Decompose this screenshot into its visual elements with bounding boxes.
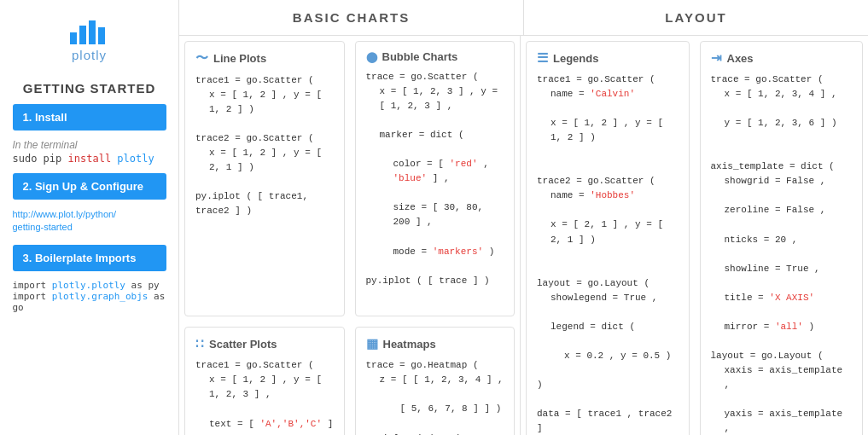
getting-started-heading: GETTING STARTED (13, 81, 166, 96)
basic-charts-header: BASIC CHARTS (179, 0, 524, 35)
heatmaps-card: ▦ Heatmaps trace = go.Heatmap ( z = [ [ … (355, 327, 516, 435)
logo-text: plotly (72, 48, 107, 62)
step3-section: import plotly.plotly as py import plotly… (13, 276, 166, 313)
scatter-plots-title: ∷ Scatter Plots (195, 336, 334, 351)
step2-link: http://www.plot.ly/python/getting-starte… (13, 208, 166, 235)
line-plots-icon: 〜 (195, 50, 208, 67)
line-plots-code: trace1 = go.Scatter ( x = [ 1, 2 ] , y =… (195, 73, 334, 218)
axes-card: ⇥ Axes trace = go.Scatter ( x = [ 1, 2, … (700, 41, 864, 435)
layout-section: ☰ Legends trace1 = go.Scatter ( name = '… (521, 36, 868, 435)
content-row: 〜 Line Plots trace1 = go.Scatter ( x = [… (179, 36, 868, 435)
step3-code2: import plotly.graph_objs as go (13, 291, 166, 313)
heatmaps-icon: ▦ (366, 336, 378, 351)
axes-title: ⇥ Axes (711, 50, 853, 66)
legends-card: ☰ Legends trace1 = go.Scatter ( name = '… (526, 41, 690, 435)
step3-button[interactable]: 3. Boilerplate Imports (13, 245, 166, 271)
legends-code: trace1 = go.Scatter ( name = 'Calvin' x … (537, 72, 679, 435)
legends-title: ☰ Legends (537, 50, 679, 66)
bubble-charts-code: trace = go.Scatter ( x = [ 1, 2, 3 ] , y… (366, 70, 504, 288)
step1-install-kw: install (68, 153, 112, 165)
svg-rect-3 (98, 27, 105, 44)
step1-sudo: sudo pip (13, 153, 68, 165)
scatter-plots-card: ∷ Scatter Plots trace1 = go.Scatter ( x … (184, 327, 345, 435)
bubble-charts-card: ⬤ Bubble Charts trace = go.Scatter ( x =… (355, 41, 516, 316)
bubble-charts-title: ⬤ Bubble Charts (366, 50, 504, 63)
main-content: BASIC CHARTS LAYOUT 〜 Line Plots trace1 … (179, 0, 868, 435)
line-plots-card: 〜 Line Plots trace1 = go.Scatter ( x = [… (184, 41, 345, 316)
top-header-row: BASIC CHARTS LAYOUT (179, 0, 868, 36)
step2-section: http://www.plot.ly/python/getting-starte… (13, 205, 166, 236)
legends-icon: ☰ (537, 50, 548, 66)
layout-header: LAYOUT (524, 0, 868, 35)
basic-section: 〜 Line Plots trace1 = go.Scatter ( x = [… (179, 36, 521, 435)
svg-rect-0 (70, 32, 77, 44)
logo-area: plotly (68, 14, 111, 62)
step2-button[interactable]: 2. Sign Up & Configure (13, 173, 166, 200)
step1-button[interactable]: 1. Install (13, 104, 166, 130)
axes-code: trace = go.Scatter ( x = [ 1, 2, 3, 4 ] … (711, 72, 853, 435)
svg-rect-1 (79, 26, 86, 44)
sidebar: plotly GETTING STARTED 1. Install In the… (0, 0, 179, 435)
step1-desc: In the terminal (13, 139, 166, 151)
step1-code: sudo pip install plotly (13, 153, 166, 165)
step1-section: In the terminal sudo pip install plotly (13, 136, 166, 165)
scatter-plots-icon: ∷ (195, 336, 204, 351)
step1-plotly-lib: plotly (111, 153, 154, 165)
heatmaps-code: trace = go.Heatmap ( z = [ [ 1, 2, 3, 4 … (366, 358, 504, 435)
line-plots-title: 〜 Line Plots (195, 50, 334, 67)
axes-icon: ⇥ (711, 50, 722, 66)
heatmaps-title: ▦ Heatmaps (366, 336, 504, 351)
scatter-plots-code: trace1 = go.Scatter ( x = [ 1, 2 ] , y =… (195, 358, 334, 435)
plotly-logo-icon (68, 14, 111, 48)
step3-code1: import plotly.plotly as py (13, 280, 166, 291)
svg-rect-2 (89, 20, 96, 44)
bubble-charts-icon: ⬤ (366, 51, 377, 63)
